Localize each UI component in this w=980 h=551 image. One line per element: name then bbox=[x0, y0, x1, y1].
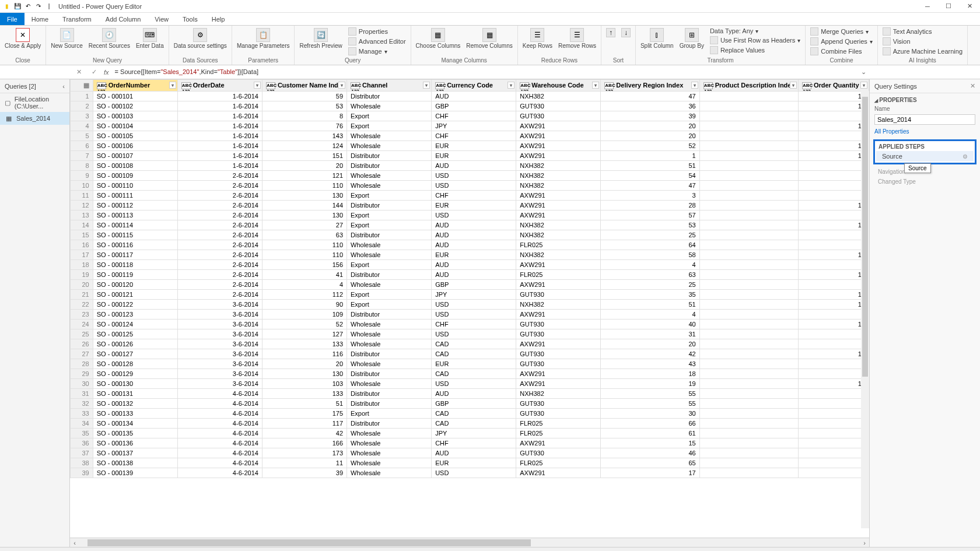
data-cell[interactable]: 55 bbox=[601, 399, 699, 409]
data-cell[interactable]: SO - 000125 bbox=[93, 329, 177, 339]
data-cell[interactable]: SO - 000101 bbox=[93, 92, 177, 101]
data-cell[interactable]: SO - 000118 bbox=[93, 260, 177, 270]
data-cell[interactable]: SO - 000115 bbox=[93, 230, 177, 240]
data-cell[interactable]: SO - 000122 bbox=[93, 300, 177, 310]
data-cell[interactable]: 27 bbox=[262, 220, 346, 230]
data-cell[interactable]: 110 bbox=[262, 181, 346, 191]
table-row[interactable]: 39SO - 0001394-6-201439WholesaleUSDAXW29… bbox=[71, 468, 869, 478]
group-by-button[interactable]: ⊞Group By bbox=[678, 27, 705, 50]
data-cell[interactable]: 4-6-2014 bbox=[177, 468, 262, 478]
table-row[interactable]: 27SO - 0001273-6-2014116DistributorCADGU… bbox=[71, 349, 869, 359]
table-row[interactable]: 18SO - 0001182-6-2014156ExportAUDAXW2914… bbox=[71, 260, 869, 270]
table-row[interactable]: 25SO - 0001253-6-2014127WholesaleUSDGUT9… bbox=[71, 329, 869, 339]
data-cell[interactable]: 2 bbox=[798, 280, 869, 290]
data-source-settings-button[interactable]: ⚙Data source settings bbox=[173, 27, 228, 50]
data-cell[interactable]: 4-6-2014 bbox=[177, 419, 262, 429]
data-cell[interactable]: AXW291 bbox=[516, 201, 601, 210]
data-cell[interactable]: Distributor bbox=[347, 310, 432, 320]
data-cell[interactable]: SO - 000136 bbox=[93, 438, 177, 448]
data-cell[interactable]: 18 bbox=[601, 369, 699, 379]
data-cell[interactable]: 130 bbox=[262, 191, 346, 201]
data-cell[interactable]: 47 bbox=[601, 92, 699, 101]
data-cell[interactable]: 63 bbox=[601, 270, 699, 280]
table-row[interactable]: 23SO - 0001233-6-2014109DistributorUSDAX… bbox=[71, 310, 869, 320]
table-row[interactable]: 1SO - 0001011-6-201459DistributorAUDNXH3… bbox=[71, 92, 869, 101]
data-cell[interactable]: 51 bbox=[262, 399, 346, 409]
data-cell[interactable]: SO - 000110 bbox=[93, 181, 177, 191]
data-cell[interactable]: Distributor bbox=[347, 419, 432, 429]
data-cell[interactable]: 4 bbox=[798, 161, 869, 171]
data-cell[interactable]: AUD bbox=[432, 161, 516, 171]
data-cell[interactable]: AXW291 bbox=[516, 438, 601, 448]
data-cell[interactable]: 2-6-2014 bbox=[177, 220, 262, 230]
data-cell[interactable]: 4-6-2014 bbox=[177, 458, 262, 468]
data-cell[interactable]: 103 bbox=[262, 379, 346, 389]
data-cell[interactable]: SO - 000108 bbox=[93, 161, 177, 171]
data-cell[interactable]: AUD bbox=[432, 260, 516, 270]
table-row[interactable]: 28SO - 0001283-6-201420WholesaleEURGUT93… bbox=[71, 359, 869, 369]
data-cell[interactable]: Distributor bbox=[347, 92, 432, 101]
data-cell[interactable]: 58 bbox=[601, 250, 699, 260]
type-any-icon[interactable]: ABC123 bbox=[520, 82, 529, 89]
data-cell[interactable]: EUR bbox=[432, 201, 516, 210]
data-cell[interactable] bbox=[699, 92, 798, 101]
data-cell[interactable]: GUT930 bbox=[516, 448, 601, 458]
data-cell[interactable]: 40 bbox=[601, 320, 699, 329]
data-cell[interactable]: JPY bbox=[432, 429, 516, 438]
data-cell[interactable]: 12 bbox=[798, 151, 869, 161]
data-cell[interactable] bbox=[699, 468, 798, 478]
data-cell[interactable]: Export bbox=[347, 111, 432, 121]
data-cell[interactable]: SO - 000112 bbox=[93, 201, 177, 210]
accept-formula-icon[interactable]: ✓ bbox=[88, 66, 100, 78]
append-queries-button[interactable]: Append Queries ▾ bbox=[809, 37, 874, 46]
data-cell[interactable]: 116 bbox=[262, 349, 346, 359]
data-cell[interactable]: 2-6-2014 bbox=[177, 290, 262, 300]
data-cell[interactable] bbox=[699, 171, 798, 181]
data-cell[interactable]: Wholesale bbox=[347, 468, 432, 478]
scroll-left-icon[interactable]: ‹ bbox=[70, 538, 79, 547]
table-row[interactable]: 21SO - 0001212-6-2014112ExportJPYGUT9303… bbox=[71, 290, 869, 300]
data-cell[interactable]: Wholesale bbox=[347, 329, 432, 339]
tab-help[interactable]: Help bbox=[205, 13, 232, 25]
sort-desc-button[interactable]: ↓ bbox=[620, 27, 632, 38]
data-cell[interactable]: Export bbox=[347, 300, 432, 310]
data-cell[interactable]: AXW291 bbox=[516, 191, 601, 201]
data-cell[interactable]: EUR bbox=[432, 141, 516, 151]
column-header[interactable]: ABC123Product Description Index▾ bbox=[699, 80, 798, 92]
data-cell[interactable]: 3-6-2014 bbox=[177, 339, 262, 349]
data-cell[interactable]: USD bbox=[432, 210, 516, 220]
data-cell[interactable]: NXH382 bbox=[516, 92, 601, 101]
data-cell[interactable]: 121 bbox=[262, 171, 346, 181]
data-cell[interactable]: 15 bbox=[601, 438, 699, 448]
refresh-preview-button[interactable]: 🔄Refresh Preview bbox=[298, 27, 343, 50]
filter-icon[interactable]: ▾ bbox=[691, 82, 698, 89]
type-any-icon[interactable]: ABC123 bbox=[266, 82, 275, 89]
data-cell[interactable]: SO - 000134 bbox=[93, 419, 177, 429]
filter-icon[interactable]: ▾ bbox=[169, 82, 176, 89]
minimize-button[interactable]: ─ bbox=[919, 1, 936, 12]
data-cell[interactable]: Export bbox=[347, 191, 432, 201]
table-row[interactable]: 7SO - 0001071-6-2014151DistributorEURAXW… bbox=[71, 151, 869, 161]
data-cell[interactable]: USD bbox=[432, 300, 516, 310]
data-cell[interactable]: 7 bbox=[798, 369, 869, 379]
tab-transform[interactable]: Transform bbox=[55, 13, 99, 25]
data-cell[interactable]: AXW291 bbox=[516, 260, 601, 270]
data-cell[interactable]: 1-6-2014 bbox=[177, 92, 262, 101]
data-cell[interactable]: EUR bbox=[432, 250, 516, 260]
data-cell[interactable]: 20 bbox=[601, 339, 699, 349]
table-row[interactable]: 5SO - 0001051-6-2014143WholesaleCHFAXW29… bbox=[71, 131, 869, 141]
data-cell[interactable]: AUD bbox=[432, 92, 516, 101]
data-cell[interactable]: SO - 000124 bbox=[93, 320, 177, 329]
scroll-right-icon[interactable]: › bbox=[860, 538, 869, 547]
data-cell[interactable]: Wholesale bbox=[347, 181, 432, 191]
data-cell[interactable]: 1-6-2014 bbox=[177, 101, 262, 111]
data-cell[interactable]: AXW291 bbox=[516, 379, 601, 389]
data-cell[interactable]: 6 bbox=[798, 399, 869, 409]
data-cell[interactable]: SO - 000114 bbox=[93, 220, 177, 230]
data-cell[interactable]: Distributor bbox=[347, 369, 432, 379]
tab-tools[interactable]: Tools bbox=[176, 13, 205, 25]
data-cell[interactable]: 144 bbox=[262, 201, 346, 210]
data-cell[interactable]: 12 bbox=[798, 92, 869, 101]
data-cell[interactable]: SO - 000116 bbox=[93, 240, 177, 250]
data-cell[interactable]: Wholesale bbox=[347, 240, 432, 250]
